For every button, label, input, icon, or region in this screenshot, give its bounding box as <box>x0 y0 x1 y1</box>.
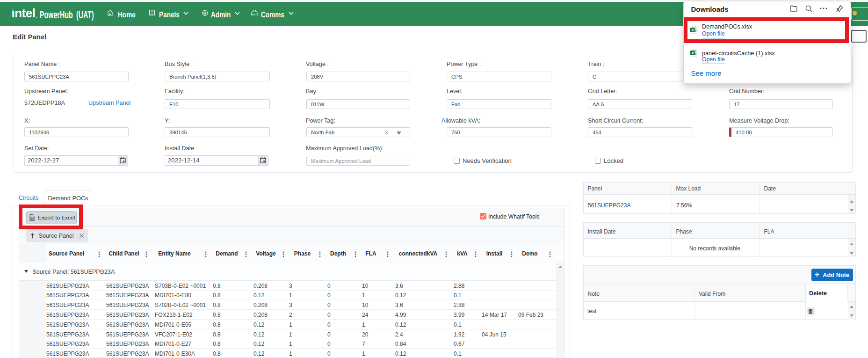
svg-text:X: X <box>691 51 694 55</box>
